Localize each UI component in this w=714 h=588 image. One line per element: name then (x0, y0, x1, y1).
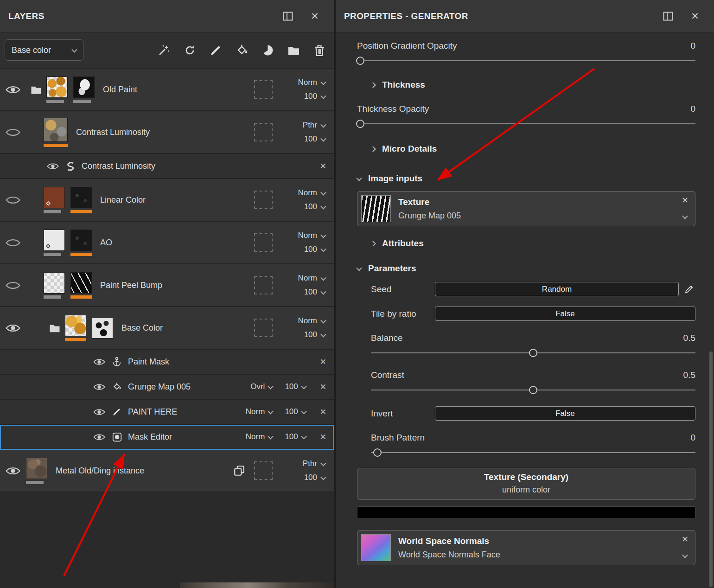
visibility-eye-icon[interactable] (89, 358, 109, 366)
slider-handle[interactable] (356, 120, 364, 128)
blend-mode-select[interactable]: Norm (298, 274, 325, 283)
balance-slider[interactable] (371, 349, 695, 357)
layer-thumbnail[interactable] (44, 118, 68, 147)
add-paint-layer-brush-icon[interactable] (208, 42, 223, 58)
visibility-eye-icon[interactable] (89, 433, 109, 441)
contrast-slider[interactable] (371, 386, 695, 394)
effect-row-paint-here[interactable]: PAINT HERE Norm 100 ✕ (0, 400, 334, 425)
layer-thumbnail[interactable] (65, 315, 86, 341)
brush-pattern-slider[interactable] (371, 448, 695, 457)
layer-row-metal-instance[interactable]: Metal Old/Ding instance Pthr 100 (0, 450, 334, 492)
clear-texture-icon[interactable]: ✕ (682, 196, 688, 205)
invert-button[interactable]: False (435, 406, 695, 421)
section-thickness[interactable]: Thickness (357, 80, 695, 90)
delete-effect-icon[interactable]: ✕ (320, 357, 326, 367)
opacity-select[interactable]: 100 (304, 202, 325, 211)
slider-handle[interactable] (529, 349, 537, 357)
section-micro-details[interactable]: Micro Details (357, 144, 695, 154)
blend-mode-select[interactable]: Norm (298, 316, 325, 326)
visibility-eye-icon[interactable] (89, 408, 109, 416)
delete-effect-icon[interactable]: ✕ (320, 407, 326, 417)
delete-layer-trash-icon[interactable] (312, 42, 327, 58)
slider-handle[interactable] (373, 448, 382, 457)
mask-thumbnail[interactable] (73, 77, 95, 103)
add-folder-icon[interactable] (286, 42, 301, 58)
chevron-down-icon[interactable] (682, 552, 688, 558)
props-scrollbar-thumb[interactable] (709, 352, 713, 587)
visibility-eye-icon[interactable] (0, 323, 26, 333)
mask-thumbnail[interactable] (70, 272, 92, 299)
layer-row-paint-peel-bump[interactable]: Paint Peel Bump Norm 100 (0, 264, 334, 307)
opacity-select[interactable]: 100 (304, 330, 325, 339)
add-smart-material-icon[interactable] (182, 42, 198, 58)
layer-thumbnail[interactable] (44, 187, 65, 213)
layer-thumbnail[interactable] (46, 77, 68, 103)
visibility-eye-icon[interactable] (43, 162, 63, 170)
material-slot-box[interactable] (254, 233, 273, 252)
material-slot-box[interactable] (254, 123, 273, 141)
material-slot-box[interactable] (254, 191, 273, 209)
world-space-normals-card[interactable]: World Space Normals World Space Normals … (357, 530, 695, 565)
thickness-opacity-slider[interactable] (357, 120, 695, 128)
opacity-select[interactable]: 100 (304, 288, 325, 297)
mask-thumbnail[interactable] (70, 230, 92, 256)
dock-layout-icon[interactable] (660, 8, 676, 24)
close-panel-icon[interactable]: ✕ (687, 8, 703, 24)
visibility-eye-icon[interactable] (0, 195, 26, 205)
blend-mode-select[interactable]: Pthr (303, 121, 325, 130)
blend-mode-select[interactable]: Norm (246, 407, 273, 416)
dock-layout-icon[interactable] (280, 8, 296, 24)
seed-random-button[interactable]: Random (435, 282, 679, 296)
close-panel-icon[interactable]: ✕ (307, 8, 323, 24)
blend-mode-select[interactable]: Norm (298, 231, 325, 240)
layer-thumbnail[interactable] (44, 230, 65, 256)
layer-row-linear-color[interactable]: Linear Color Norm 100 (0, 179, 334, 222)
section-image-inputs[interactable]: Image inputs (357, 173, 695, 184)
blend-mode-select[interactable]: Norm (298, 78, 325, 87)
opacity-select[interactable]: 100 (304, 245, 325, 254)
opacity-select[interactable]: 100 (304, 473, 325, 482)
blend-mode-select[interactable]: Ovrl (250, 382, 273, 391)
opacity-select[interactable]: 100 (285, 432, 306, 441)
effect-row-contrast-luminosity[interactable]: Contrast Luminosity ✕ (0, 154, 334, 179)
clear-texture-icon[interactable]: ✕ (682, 535, 688, 543)
visibility-eye-icon[interactable] (0, 85, 26, 95)
add-effect-wand-icon[interactable] (156, 42, 172, 58)
section-parameters[interactable]: Parameters (357, 263, 695, 274)
layer-row-contrast-luminosity[interactable]: Contrast Luminosity Pthr 100 (0, 111, 334, 154)
visibility-eye-icon[interactable] (0, 238, 26, 248)
uniform-color-swatch[interactable] (357, 506, 695, 519)
visibility-eye-icon[interactable] (0, 281, 26, 290)
texture-input-card[interactable]: Texture Grunge Map 005 ✕ (357, 191, 695, 226)
blend-mode-select[interactable]: Norm (246, 432, 273, 441)
effect-row-paint-mask[interactable]: Paint Mask ✕ (0, 350, 334, 375)
layer-row-old-paint[interactable]: Old Paint Norm 100 (0, 69, 334, 111)
slider-handle[interactable] (529, 386, 537, 394)
opacity-select[interactable]: 100 (304, 134, 325, 144)
material-slot-box[interactable] (254, 80, 273, 99)
opacity-select[interactable]: 100 (304, 92, 325, 101)
layer-thumbnail[interactable] (26, 458, 47, 484)
add-fill-layer-bucket-icon[interactable] (234, 42, 249, 58)
visibility-eye-icon[interactable] (0, 128, 26, 137)
visibility-eye-icon[interactable] (0, 466, 26, 476)
opacity-select[interactable]: 100 (285, 382, 306, 391)
mask-thumbnail[interactable] (70, 187, 92, 213)
effect-row-grunge-map[interactable]: Grunge Map 005 Ovrl 100 ✕ (0, 375, 334, 400)
chevron-down-icon[interactable] (682, 213, 688, 219)
blend-mode-select[interactable]: Pthr (303, 459, 325, 468)
add-smart-mask-icon[interactable] (260, 42, 275, 58)
layer-row-base-color[interactable]: Base Color Norm 100 (0, 307, 334, 350)
layer-row-ao[interactable]: AO Norm 100 (0, 222, 334, 264)
edit-pencil-icon[interactable] (682, 284, 695, 294)
layer-thumbnail[interactable] (44, 272, 65, 299)
position-gradient-opacity-slider[interactable] (357, 57, 695, 65)
visibility-eye-icon[interactable] (89, 383, 109, 391)
slider-handle[interactable] (356, 57, 364, 65)
delete-effect-icon[interactable]: ✕ (320, 432, 326, 442)
material-slot-box[interactable] (254, 276, 273, 294)
tile-by-ratio-button[interactable]: False (435, 307, 695, 321)
delete-effect-icon[interactable]: ✕ (320, 382, 326, 392)
effect-row-mask-editor[interactable]: Mask Editor Norm 100 ✕ (0, 425, 334, 450)
mask-thumbnail[interactable] (92, 317, 113, 339)
